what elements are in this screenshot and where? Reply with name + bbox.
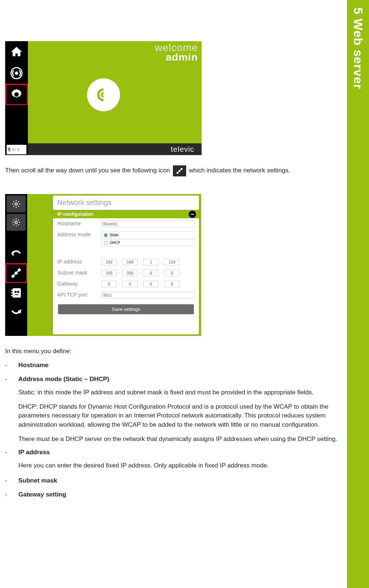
svg-rect-10 — [12, 288, 21, 298]
def-addrmode: Address mode (Static – DHCP) — [18, 376, 109, 383]
welcome-screenshot: welcome admin 0 / 0 televic — [5, 41, 202, 155]
undo-icon[interactable] — [5, 303, 27, 323]
section-header[interactable]: IP configuration — [53, 210, 199, 218]
gateway-input[interactable]: 0. 0. 0. 0 — [101, 281, 195, 287]
hostname-label: Hostname — [57, 220, 101, 226]
nav-sidebar — [5, 41, 28, 155]
mic-indicator: 0 / 0 — [7, 145, 26, 154]
address-mode-label: Address mode — [57, 232, 101, 237]
network-settings-panel: Network settings IP configuration Hostna… — [53, 196, 199, 334]
svg-point-5 — [15, 203, 18, 205]
svg-point-14 — [15, 291, 17, 293]
svg-rect-1 — [8, 147, 10, 150]
logo-icon — [87, 78, 120, 111]
welcome-text: welcome admin — [155, 42, 198, 63]
network-icon — [173, 165, 186, 176]
network-settings-screenshot: Network settings IP configuration Hostna… — [5, 194, 201, 336]
chapter-tab: 5 Web server — [347, 0, 369, 588]
settings-sidebar — [5, 194, 27, 336]
hostname-input[interactable]: Room1| — [101, 220, 195, 227]
network-icon[interactable] — [5, 263, 27, 283]
svg-point-15 — [17, 291, 19, 293]
svg-point-6 — [15, 221, 18, 224]
def-ip: IP address — [18, 449, 50, 456]
back-arrow-icon[interactable] — [5, 243, 27, 263]
panel-title: Network settings — [53, 196, 199, 210]
gear-icon[interactable] — [7, 196, 26, 212]
contacts-icon[interactable] — [5, 283, 27, 303]
svg-rect-12 — [11, 293, 12, 294]
subnet-label: Subnet mask — [57, 270, 101, 276]
brand-bar: televic — [28, 143, 202, 155]
svg-point-0 — [15, 72, 18, 75]
chapter-title: 5 Web server — [351, 7, 365, 89]
dhcp-radio[interactable]: DHCP — [101, 239, 195, 246]
definition-list: - Hostname - Address mode (Static – DHCP… — [5, 362, 343, 505]
tcp-label: API TCP port — [57, 292, 101, 298]
svg-rect-13 — [11, 295, 12, 296]
settings-icon[interactable] — [5, 84, 28, 105]
svg-rect-11 — [11, 290, 12, 291]
def-ip-desc: Here you can enter the desired fixed IP … — [18, 461, 343, 470]
broadcast-icon[interactable] — [5, 62, 28, 84]
def-hostname: Hostname — [18, 362, 48, 369]
subnet-input[interactable]: 255. 255. 0. 0 — [101, 270, 195, 276]
def-static-desc: Static: in this mode the IP address and … — [18, 388, 343, 397]
def-dhcp-server: There must be a DHCP server on the netwo… — [18, 435, 343, 444]
save-button[interactable]: Save settings — [58, 304, 194, 314]
def-subnet: Subnet mask — [18, 477, 57, 484]
ip-label: IP address — [57, 259, 101, 265]
gateway-label: Gateway — [57, 281, 101, 287]
def-gateway: Gateway setting — [18, 491, 66, 498]
home-icon[interactable] — [5, 41, 28, 62]
ip-input[interactable]: 192. 168. 1. 116 — [101, 259, 195, 265]
def-dhcp-desc: DHCP: DHCP stands for Dynamic Host Confi… — [18, 402, 343, 430]
tcp-input[interactable]: 5011 — [101, 292, 195, 298]
static-radio[interactable]: Static — [101, 232, 195, 239]
gear-icon[interactable] — [7, 214, 26, 231]
paragraph-scroll-instruction: Then scroll all the way down until you s… — [5, 165, 336, 176]
paragraph-define: In this menu you define: — [5, 348, 72, 355]
collapse-icon[interactable] — [189, 211, 196, 218]
